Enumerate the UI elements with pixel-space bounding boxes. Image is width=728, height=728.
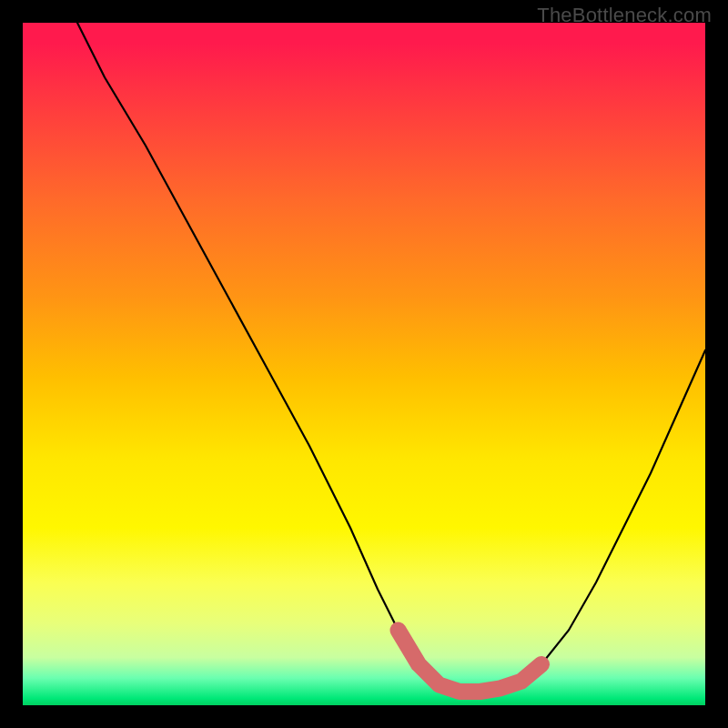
chart-curve-layer <box>23 23 705 705</box>
bottleneck-curve-highlight <box>399 631 542 693</box>
bottleneck-curve <box>77 23 705 692</box>
chart-gradient-background <box>23 23 705 705</box>
watermark-text: TheBottleneck.com <box>537 4 712 27</box>
chart-frame: TheBottleneck.com <box>0 0 728 728</box>
